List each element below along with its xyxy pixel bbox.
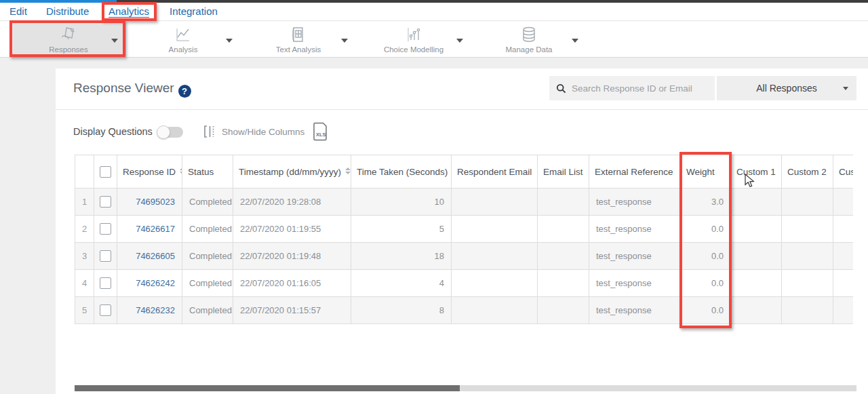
main-navbar: Edit Distribute Analytics Integration [0,3,868,21]
search-icon [556,83,566,94]
toolbar-item-analysis[interactable]: Analysis [125,22,241,56]
responses-table: Response IDStatusTimestamp (dd/mm/yyyy)T… [75,155,853,324]
row-checkbox[interactable] [100,196,111,208]
cell-custom1 [731,243,782,270]
column-header-label: Respondent Email [457,167,532,177]
nav-tab-integration[interactable]: Integration [170,3,218,21]
cell-num: 4 [75,270,94,297]
manage-data-dropdown-caret[interactable] [572,39,578,43]
responses-filter-dropdown[interactable]: All Responses [717,76,856,100]
cell-custom3 [833,270,854,297]
nav-tab-edit[interactable]: Edit [9,3,27,21]
column-header-timestamp[interactable]: Timestamp (dd/mm/yyyy) [233,155,351,189]
cell-respondent_email [452,297,538,324]
row-checkbox[interactable] [100,223,111,235]
toolbar-item-label: Manage Data [505,45,552,54]
column-header-response_id[interactable]: Response ID [117,155,182,189]
cell-email_list [538,189,589,216]
text-analysis-dropdown-caret[interactable] [341,39,348,43]
row-checkbox-cell [94,189,117,216]
responses-filter-value: All Responses [756,83,817,94]
cell-external_reference: test_response [589,189,681,216]
column-header-custom3: Custom 3 [833,155,854,189]
cell-status: Completed [182,189,233,216]
toolbar-item-text-analysis[interactable]: Text Analysis [241,22,356,56]
header-divider [56,109,868,110]
cell-num: 2 [75,216,94,243]
response-id-link[interactable]: 74695023 [117,189,182,216]
show-hide-columns-label: Show/Hide Columns [222,127,304,137]
analysis-icon [174,26,192,43]
cell-time_taken: 18 [351,243,452,270]
cell-weight: 0.0 [681,216,731,243]
table-row: 574626232Completed22/07/2020 01:15:578te… [75,297,854,324]
toolbar-item-responses[interactable]: Responses [11,22,126,56]
cell-respondent_email [452,189,538,216]
cell-time_taken: 5 [351,216,452,243]
sort-icon[interactable] [345,168,351,174]
toolbar-item-choice-modelling[interactable]: Choice Modelling [356,22,471,56]
analysis-dropdown-caret[interactable] [226,39,233,43]
column-header-email_list: Email List [538,155,589,189]
nav-tab-distribute[interactable]: Distribute [46,3,89,21]
display-questions-toggle[interactable] [157,127,183,138]
cell-custom3 [833,189,854,216]
cell-respondent_email [452,243,538,270]
cell-external_reference: test_response [589,297,681,324]
sort-icon[interactable] [180,168,182,174]
toolbar-item-label: Analysis [169,45,198,54]
cell-num: 3 [75,243,94,270]
horizontal-scrollbar[interactable] [75,385,856,391]
page-background-band [0,58,868,68]
export-xls-button[interactable]: XLS [312,122,328,144]
cell-email_list [538,297,589,324]
cell-num: 1 [75,189,94,216]
toolbar-item-manage-data[interactable]: Manage Data [471,22,587,56]
choice-modelling-dropdown-caret[interactable] [456,39,463,43]
toolbar-item-label: Choice Modelling [384,45,443,54]
search-input[interactable] [572,83,707,94]
cell-respondent_email [452,216,538,243]
columns-icon [203,125,216,138]
table-row: 374626605Completed22/07/2020 01:19:4818t… [75,243,854,270]
column-header-time_taken[interactable]: Time Taken (Seconds) [351,155,452,189]
cell-timestamp: 22/07/2020 01:19:55 [233,216,351,243]
column-header-label: Status [188,167,214,177]
cell-custom1 [731,189,782,216]
row-checkbox[interactable] [100,277,111,289]
response-id-link[interactable]: 74626605 [117,243,182,270]
column-header-label: Weight [686,167,715,177]
cell-custom2 [782,243,833,270]
column-header-custom1: Custom 1 [731,155,782,189]
select-all-header[interactable] [94,155,117,189]
choice-modelling-icon [405,26,422,43]
cell-external_reference: test_response [589,216,681,243]
toggle-knob [157,125,170,139]
response-id-link[interactable]: 74626617 [117,216,182,243]
cell-weight: 3.0 [681,189,731,216]
analytics-toolbar: Responses Analysis Text Analysis [0,21,868,58]
response-id-link[interactable]: 74626242 [117,270,182,297]
response-id-link[interactable]: 74626232 [117,297,182,324]
nav-tab-analytics[interactable]: Analytics [108,3,149,21]
horizontal-scrollbar-thumb[interactable] [75,385,460,391]
cell-time_taken: 4 [351,270,452,297]
help-icon[interactable]: ? [178,85,191,98]
page-title: Response Viewer? [73,81,191,98]
select-all-checkbox[interactable] [100,166,111,178]
display-questions-label: Display Questions [73,126,153,137]
column-header-custom2: Custom 2 [782,155,833,189]
cell-email_list [538,216,589,243]
cell-time_taken: 8 [351,297,452,324]
cell-custom2 [782,297,833,324]
cell-external_reference: test_response [589,270,681,297]
column-header-label: Timestamp (dd/mm/yyyy) [239,167,341,177]
row-checkbox[interactable] [100,304,111,316]
responses-dropdown-caret[interactable] [111,39,118,43]
row-checkbox[interactable] [100,250,111,262]
cell-custom1 [731,297,782,324]
show-hide-columns-button[interactable]: Show/Hide Columns [203,125,304,138]
table-controls-row: Display Questions Show/Hide Columns XLS [56,119,868,146]
xls-label: XLS [316,132,326,138]
responses-icon [60,26,77,43]
